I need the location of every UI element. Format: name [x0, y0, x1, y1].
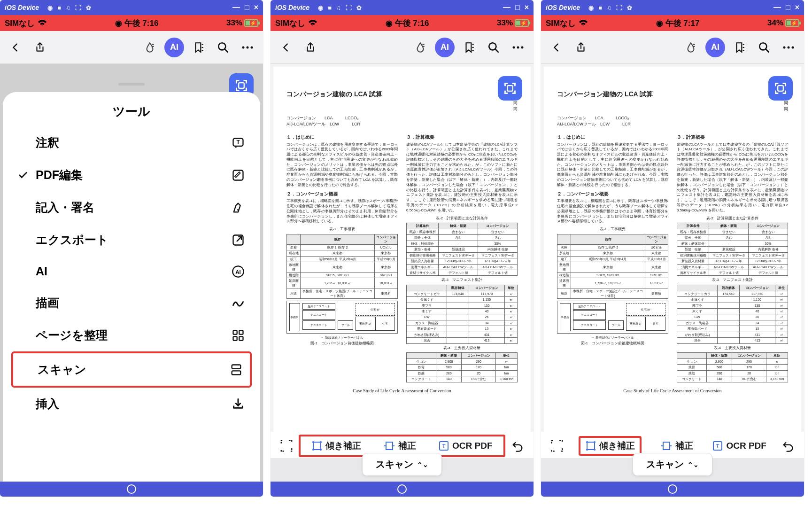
- menu-item-scan[interactable]: スキャン: [11, 351, 252, 388]
- headphones-icon[interactable]: ♫: [607, 4, 611, 11]
- video-icon[interactable]: ■: [57, 4, 61, 11]
- deskew-button[interactable]: 傾き補正: [579, 436, 642, 456]
- maximize-button[interactable]: □: [515, 3, 520, 12]
- video-icon[interactable]: ■: [328, 4, 332, 11]
- close-button[interactable]: ×: [795, 3, 799, 12]
- window-title: iOS Device: [275, 4, 309, 11]
- pdf-page: コンバージョン建物の LCA 試算正会員 ○同同コンバージョン LCA LCCO…: [544, 67, 801, 434]
- share-button[interactable]: [300, 37, 321, 58]
- headphones-icon[interactable]: ♫: [66, 4, 70, 11]
- sim-status: SIMなし: [275, 18, 305, 29]
- more-button[interactable]: [237, 37, 258, 58]
- ink-button[interactable]: [139, 37, 161, 58]
- minimize-button[interactable]: —: [773, 3, 781, 12]
- correct-button[interactable]: 補正: [383, 440, 416, 452]
- check-icon: [17, 170, 29, 180]
- fullscreen-icon[interactable]: ⛶: [75, 4, 81, 11]
- gear-icon[interactable]: ✿: [627, 4, 632, 11]
- camera-icon[interactable]: ◉: [588, 4, 594, 11]
- ai-button[interactable]: AI: [163, 37, 185, 58]
- document-area[interactable]: コンバージョン建物の LCA 試算正会員 ○同同コンバージョン LCA LCCO…: [541, 64, 804, 436]
- battery-icon: ⚡: [244, 19, 258, 27]
- ocr-button[interactable]: TOCR PDF: [438, 440, 493, 452]
- gear-icon[interactable]: ✿: [356, 4, 362, 11]
- maximize-button[interactable]: □: [786, 3, 790, 12]
- window-icons: ◉■♫⛶✿: [588, 4, 632, 11]
- share-button[interactable]: [29, 37, 51, 58]
- menu-item-insert[interactable]: 挿入: [11, 388, 252, 420]
- menu-item-export[interactable]: エクスポート: [11, 224, 252, 256]
- share-button[interactable]: [570, 37, 592, 58]
- fullscreen-icon[interactable]: ⛶: [346, 4, 352, 11]
- wifi-icon: [38, 19, 47, 27]
- correct-button[interactable]: 補正: [660, 440, 693, 452]
- menu-item-draw[interactable]: 描画: [11, 287, 252, 319]
- scan-icon: [228, 363, 244, 376]
- svg-point-36: [320, 441, 322, 443]
- home-button[interactable]: [668, 484, 677, 494]
- minimize-button[interactable]: —: [232, 3, 240, 12]
- pen-icon: [230, 201, 246, 214]
- svg-rect-33: [507, 86, 513, 91]
- undo-button[interactable]: [779, 439, 797, 452]
- deskew-button[interactable]: 傾き補正: [311, 440, 361, 452]
- back-button[interactable]: [5, 37, 26, 58]
- menu-item-ai[interactable]: AIAI: [11, 256, 252, 287]
- search-button[interactable]: [212, 37, 234, 58]
- menu-item-edit[interactable]: PDF編集: [11, 159, 252, 191]
- svg-point-32: [521, 46, 524, 48]
- wifi-icon: [579, 19, 588, 27]
- document-area[interactable]: コンバージョン建物の LCA 試算正会員 ○同同コンバージョン LCA LCCO…: [271, 64, 534, 436]
- svg-rect-20: [239, 336, 243, 340]
- menu-item-annotate[interactable]: 注釈T: [11, 126, 252, 159]
- scan-floating-button[interactable]: [768, 76, 793, 101]
- more-button[interactable]: [778, 37, 799, 58]
- more-button[interactable]: [507, 37, 529, 58]
- crop-button[interactable]: [277, 439, 296, 453]
- close-button[interactable]: ×: [254, 3, 258, 12]
- maximize-button[interactable]: □: [245, 3, 249, 12]
- fullscreen-icon[interactable]: ⛶: [616, 4, 622, 11]
- back-button[interactable]: [546, 37, 567, 58]
- crop-button[interactable]: [548, 439, 566, 453]
- svg-rect-10: [239, 83, 244, 88]
- search-button[interactable]: [753, 37, 775, 58]
- minimize-button[interactable]: —: [503, 3, 510, 12]
- camera-icon[interactable]: ◉: [47, 4, 53, 11]
- ai-button[interactable]: AI: [434, 37, 456, 58]
- status-time: ◉ 午後 7:16: [47, 18, 226, 29]
- svg-text:T: T: [442, 443, 446, 449]
- video-icon[interactable]: ■: [598, 4, 602, 11]
- home-button[interactable]: [397, 484, 407, 494]
- ocr-button[interactable]: TOCR PDF: [712, 440, 766, 452]
- headphones-icon[interactable]: ♫: [336, 4, 341, 11]
- back-button[interactable]: [275, 37, 297, 58]
- ai-button[interactable]: AI: [704, 37, 726, 58]
- undo-button[interactable]: [508, 439, 527, 452]
- battery-icon: ⚡: [515, 19, 529, 27]
- menu-item-sign[interactable]: 記入・署名: [11, 191, 252, 224]
- close-button[interactable]: ×: [525, 3, 529, 12]
- svg-text:AI: AI: [235, 268, 241, 274]
- scan-floating-button[interactable]: [498, 76, 522, 101]
- gear-icon[interactable]: ✿: [86, 4, 91, 11]
- svg-rect-18: [239, 330, 243, 334]
- svg-line-29: [495, 49, 498, 52]
- bookmark-button[interactable]: [458, 37, 480, 58]
- home-button[interactable]: [127, 484, 136, 494]
- sim-status: SIMなし: [5, 18, 35, 29]
- status-battery: 33%⚡: [497, 18, 529, 28]
- bookmark-button[interactable]: [188, 37, 209, 58]
- menu-item-organize[interactable]: ページを整理: [11, 319, 252, 351]
- scan-button[interactable]: スキャン⌃⌄: [633, 453, 712, 476]
- camera-icon[interactable]: ◉: [318, 4, 323, 11]
- sheet-handle[interactable]: [118, 83, 145, 86]
- edit-icon: [230, 169, 246, 182]
- ink-button[interactable]: [410, 37, 431, 58]
- bookmark-button[interactable]: [729, 37, 750, 58]
- ink-button[interactable]: [680, 37, 702, 58]
- search-button[interactable]: [483, 37, 504, 58]
- window-controls: — □ ×: [232, 3, 258, 12]
- window-titlebar: iOS Device ◉ ■ ♫ ⛶ ✿ — □ ×: [0, 0, 263, 15]
- scan-button[interactable]: スキャン⌃⌄: [362, 453, 442, 476]
